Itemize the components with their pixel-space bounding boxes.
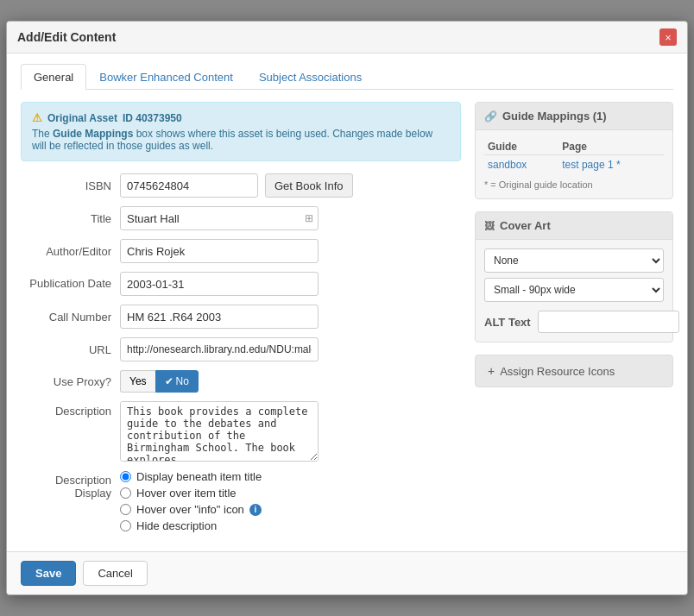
modal-header: Add/Edit Content × [7,22,687,53]
get-book-info-button[interactable]: Get Book Info [265,173,353,198]
warning-icon: ⚠ [32,111,42,124]
description-label: Description [21,401,120,418]
left-panel: ⚠ Original Asset ID 40373950 The Guide M… [21,102,461,541]
expand-icon: ⊞ [305,212,313,224]
call-number-row: Call Number [21,305,461,329]
radio-option-hide[interactable]: Hide description [120,519,262,532]
save-button[interactable]: Save [21,561,76,586]
isbn-row: ISBN Get Book Info [21,173,461,198]
guide-mappings-body: Guide Page sandbox test page 1 * [476,130,672,198]
pub-date-label: Publication Date [21,277,120,292]
guide-mappings-box: 🔗 Guide Mappings (1) Guide Page [475,102,673,199]
url-row: URL [21,337,461,361]
proxy-toggle: Yes ✔No [120,370,199,393]
table-row: sandbox test page 1 * [484,155,664,175]
guide-mappings-header: 🔗 Guide Mappings (1) [476,103,672,130]
alt-text-row: ALT Text [484,311,664,333]
modal-body: General Bowker Enhanced Content Subject … [7,53,687,551]
page-col-header: Page [558,139,664,155]
radio-hover-title[interactable] [120,487,131,499]
proxy-yes-button[interactable]: Yes [120,370,155,393]
info-icon[interactable]: i [249,504,262,516]
title-row: Title ⊞ [21,206,461,230]
close-button[interactable]: × [659,28,677,46]
radio-option-beneath[interactable]: Display beneath item title [120,470,262,483]
modal-title: Add/Edit Content [17,30,116,44]
proxy-no-button[interactable]: ✔No [155,370,199,393]
desc-display-label: Description Display [21,470,120,500]
asset-label: Original Asset [47,112,117,124]
isbn-input[interactable] [120,173,258,198]
author-row: Author/Editor [21,239,461,263]
guide-col-header: Guide [484,139,558,155]
description-row: Description This book provides a complet… [21,401,461,462]
radio-hover-info[interactable] [120,504,131,515]
call-number-input[interactable] [120,305,319,329]
cover-art-box: 🖼 Cover Art None Small - 90px wide A [475,211,673,343]
modal-footer: Save Cancel [7,551,687,594]
guide-link[interactable]: sandbox [488,159,527,171]
cover-art-select[interactable]: None [484,248,664,273]
alt-text-label: ALT Text [484,316,531,329]
assign-resource-button[interactable]: + Assign Resource Icons [475,355,673,387]
url-label: URL [21,343,120,356]
cover-art-body: None Small - 90px wide ALT Text [476,240,672,342]
title-input[interactable] [120,206,319,230]
info-description: The Guide Mappings box shows where this … [32,128,450,152]
check-icon: ✔ [165,375,174,387]
right-panel: 🔗 Guide Mappings (1) Guide Page [475,102,673,541]
radio-option-hover-title[interactable]: Hover over item title [120,487,262,500]
cover-size-select[interactable]: Small - 90px wide [484,278,664,302]
tab-general[interactable]: General [21,64,86,90]
link-icon: 🔗 [484,110,497,123]
title-label: Title [21,212,120,225]
guide-table: Guide Page sandbox test page 1 * [484,139,664,174]
author-label: Author/Editor [21,245,120,258]
radio-group: Display beneath item title Hover over it… [120,470,262,532]
cancel-button[interactable]: Cancel [83,561,147,586]
proxy-label: Use Proxy? [21,375,120,388]
info-title-row: ⚠ Original Asset ID 40373950 [32,111,450,124]
tab-bar: General Bowker Enhanced Content Subject … [21,64,673,90]
pub-date-row: Publication Date [21,272,461,296]
call-number-label: Call Number [21,311,120,324]
alt-text-input[interactable] [538,311,679,333]
pub-date-input[interactable] [120,272,319,296]
radio-option-hover-info[interactable]: Hover over "info" icon i [120,503,262,516]
asset-id: ID 40373950 [123,112,182,124]
plus-icon: + [488,364,495,378]
cover-art-header: 🖼 Cover Art [476,212,672,240]
url-input[interactable] [120,337,319,361]
radio-hide[interactable] [120,520,131,531]
description-textarea[interactable]: This book provides a complete guide to t… [120,401,319,462]
add-edit-content-modal: Add/Edit Content × General Bowker Enhanc… [6,21,688,595]
asterisk: * [616,159,621,171]
page-link[interactable]: test page 1 * [562,159,620,171]
proxy-row: Use Proxy? Yes ✔No [21,370,461,393]
image-icon: 🖼 [484,220,495,232]
author-input[interactable] [120,239,319,263]
isbn-label: ISBN [21,179,120,192]
info-box: ⚠ Original Asset ID 40373950 The Guide M… [21,102,461,161]
radio-beneath[interactable] [120,471,131,482]
content-area: ⚠ Original Asset ID 40373950 The Guide M… [21,102,673,541]
description-display-row: Description Display Display beneath item… [21,470,461,532]
original-note: * = Original guide location [484,179,664,190]
tab-subject[interactable]: Subject Associations [246,64,375,90]
tab-bowker[interactable]: Bowker Enhanced Content [86,64,246,90]
